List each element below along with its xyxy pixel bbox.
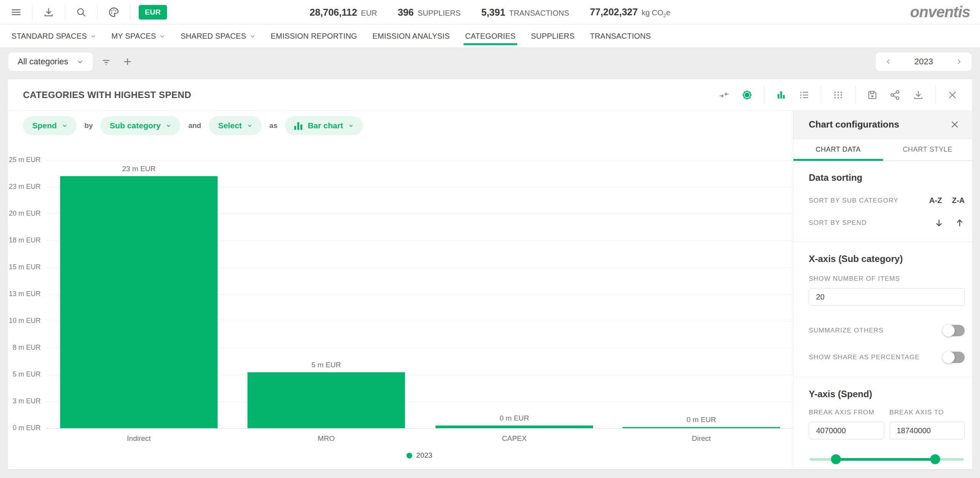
secondary-dimension-dropdown[interactable]: Select	[209, 116, 262, 135]
search-button[interactable]	[74, 5, 89, 20]
currency-badge[interactable]: EUR	[139, 5, 167, 20]
bar-chart-view-button[interactable]	[771, 86, 791, 104]
tab-chart-style[interactable]: CHART STYLE	[883, 139, 973, 160]
close-config-panel-button[interactable]	[948, 118, 962, 131]
sort-descending-button[interactable]	[934, 218, 944, 228]
sort-za-button[interactable]: Z-A	[952, 196, 965, 205]
save-button[interactable]	[862, 86, 882, 104]
year-value: 2023	[914, 57, 933, 67]
sort-by-spend-label: SORT BY SPEND	[809, 219, 867, 227]
share-button[interactable]	[885, 86, 905, 104]
y-axis-tick-label: 23 m EUR	[8, 183, 41, 191]
metric-dropdown[interactable]: Spend	[23, 116, 77, 135]
nav-tab-shared-spaces[interactable]: SHARED SPACES	[179, 25, 257, 47]
metric-label: Spend	[32, 121, 57, 130]
y-axis-tick-label: 0 m EUR	[8, 424, 41, 432]
nav-tab-categories[interactable]: CATEGORIES	[464, 25, 517, 47]
toggle-knob	[942, 351, 955, 363]
divider	[130, 4, 130, 20]
widget-toolbar	[714, 86, 962, 104]
download-chart-button[interactable]	[908, 86, 928, 104]
secondary-dimension-label: Select	[218, 121, 242, 130]
chevron-down-icon	[166, 123, 171, 128]
filter-icon	[101, 57, 111, 67]
add-widget-button[interactable]	[120, 54, 136, 70]
bar-value-label: 0 m EUR	[436, 414, 593, 422]
slider-handle-from[interactable]	[831, 454, 841, 464]
search-icon	[76, 7, 87, 18]
next-year-button[interactable]	[953, 56, 965, 67]
break-axis-from-label: BREAK AXIS FROM	[809, 409, 874, 416]
stat-value: 396	[398, 7, 414, 18]
summarize-others-toggle[interactable]	[943, 325, 965, 336]
grid-dots-icon	[833, 90, 844, 100]
stat-value: 77,202,327	[590, 7, 638, 18]
config-content: Data sorting SORT BY SUB CATEGORY A-Z Z-…	[793, 172, 972, 465]
export-button[interactable]	[41, 5, 56, 20]
nav-tab-suppliers[interactable]: SUPPLIERS	[529, 25, 576, 47]
tab-chart-data[interactable]: CHART DATA	[793, 139, 883, 160]
show-share-row: SHOW SHARE AS PERCENTAGE	[809, 352, 965, 363]
nav-tab-transactions[interactable]: TRANSACTIONS	[588, 25, 652, 47]
nav-tab-label: MY SPACES	[111, 32, 156, 41]
sort-az-button[interactable]: A-Z	[929, 196, 942, 205]
summarize-others-row: SUMMARIZE OTHERS	[809, 325, 965, 336]
plus-icon	[123, 57, 133, 67]
dimension-label: Sub category	[110, 121, 161, 130]
bar-mro[interactable]	[247, 372, 405, 428]
chevron-down-icon	[90, 33, 96, 39]
main-nav: STANDARD SPACESMY SPACESSHARED SPACESEMI…	[0, 25, 980, 48]
bar-indirect[interactable]	[60, 176, 218, 428]
collapse-widget-button[interactable]	[714, 86, 734, 104]
nav-tab-emission-reporting[interactable]: EMISSION REPORTING	[269, 25, 359, 47]
legend-label: 2023	[416, 451, 432, 460]
nav-tab-my-spaces[interactable]: MY SPACES	[110, 25, 167, 47]
hamburger-menu-button[interactable]	[8, 5, 24, 20]
toggle-knob	[942, 324, 955, 337]
chevron-down-icon	[348, 123, 354, 128]
grid-view-button[interactable]	[828, 86, 848, 104]
break-axis-from-input[interactable]	[809, 422, 884, 439]
legend-item-2023[interactable]: 2023	[406, 451, 432, 460]
previous-year-button[interactable]	[883, 56, 894, 67]
show-number-of-items-input[interactable]	[809, 288, 965, 306]
hamburger-icon	[10, 7, 22, 18]
list-view-button[interactable]	[794, 86, 814, 104]
y-axis-tick-label: 13 m EUR	[8, 290, 41, 298]
year-selector: 2023	[876, 52, 972, 71]
arrow-up-icon	[955, 218, 965, 228]
nav-tab-standard-spaces[interactable]: STANDARD SPACES	[10, 25, 98, 47]
show-share-as-percentage-toggle[interactable]	[943, 352, 965, 363]
settings-button[interactable]	[737, 86, 757, 104]
stat-unit: EUR	[361, 9, 377, 18]
bar-value-label: 0 m EUR	[623, 416, 780, 424]
widget-body: Spend by Sub category and Select as Bar …	[8, 111, 972, 469]
widget-title: CATEGORIES WITH HIGHEST SPEND	[23, 90, 191, 100]
axis-break-range-slider[interactable]	[809, 454, 965, 465]
query-connector: by	[83, 121, 94, 130]
nav-tab-label: EMISSION ANALYSIS	[372, 32, 450, 41]
slider-handle-to[interactable]	[930, 454, 940, 464]
bar-capex[interactable]	[436, 426, 593, 428]
filter-button[interactable]	[98, 54, 114, 70]
divider	[97, 4, 98, 20]
break-axis-to-input[interactable]	[890, 422, 965, 439]
sort-ascending-button[interactable]	[955, 218, 965, 228]
x-axis-heading: X-axis (Sub category)	[809, 254, 965, 264]
stat-value: 28,706,112	[310, 7, 357, 18]
gridline	[46, 428, 793, 429]
chart-config-panel: Chart configurations CHART DATA CHART ST…	[793, 111, 972, 469]
dimension-dropdown[interactable]: Sub category	[100, 116, 180, 135]
chevron-right-icon	[955, 58, 962, 65]
close-widget-button[interactable]	[942, 86, 962, 104]
theme-palette-button[interactable]	[106, 5, 121, 20]
save-floppy-icon	[867, 90, 878, 100]
y-axis-tick-label: 25 m EUR	[8, 156, 41, 164]
nav-tab-emission-analysis[interactable]: EMISSION ANALYSIS	[371, 25, 451, 47]
chart-type-dropdown[interactable]: Bar chart	[285, 116, 363, 135]
category-filter-dropdown[interactable]: All categories	[8, 52, 93, 71]
bar-direct[interactable]	[623, 427, 780, 428]
y-axis-heading: Y-axis (Spend)	[809, 389, 965, 399]
sort-by-sub-category-label: SORT BY SUB CATEGORY	[809, 197, 898, 205]
nav-tab-label: TRANSACTIONS	[590, 32, 651, 41]
